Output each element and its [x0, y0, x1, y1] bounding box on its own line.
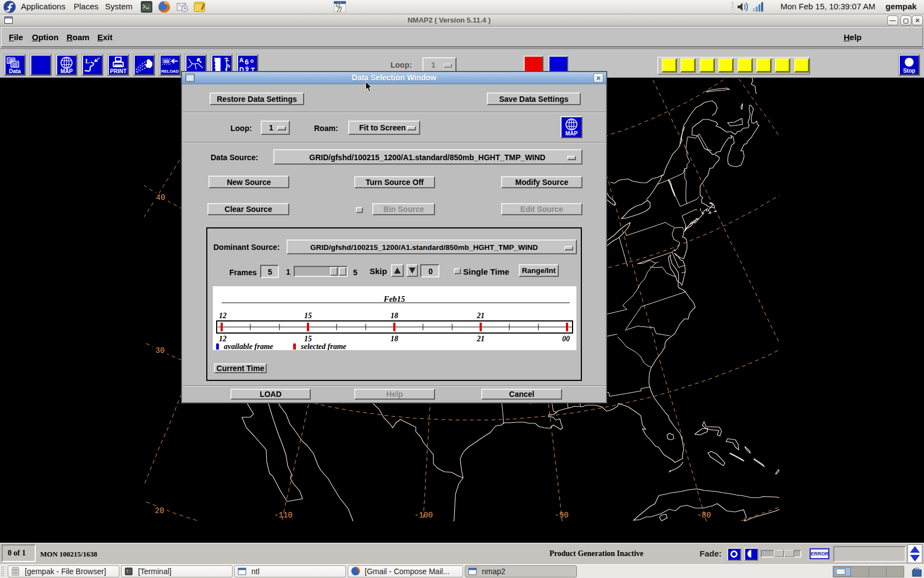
- svg-text:21: 21: [476, 312, 485, 320]
- svg-text:MAP: MAP: [565, 130, 578, 137]
- svg-text:30: 30: [156, 346, 165, 355]
- svg-text:o: o: [250, 58, 254, 64]
- svg-text:-80: -80: [697, 511, 711, 520]
- svg-text:15: 15: [304, 312, 312, 320]
- svg-text:A: A: [239, 57, 244, 63]
- svg-text:18: 18: [391, 312, 398, 320]
- svg-text:L: L: [85, 57, 90, 65]
- svg-text:h: h: [227, 63, 230, 69]
- svg-text:Data: Data: [9, 68, 21, 74]
- svg-text:20: 20: [155, 506, 164, 515]
- svg-text:Stop: Stop: [903, 68, 915, 74]
- svg-text:selected frame: selected frame: [300, 342, 346, 350]
- svg-text:6: 6: [245, 58, 249, 66]
- svg-text:MAP: MAP: [61, 68, 73, 74]
- svg-text:available frame: available frame: [224, 342, 273, 350]
- svg-text:12: 12: [219, 335, 227, 343]
- svg-text:18: 18: [391, 335, 398, 343]
- svg-text:Feb15: Feb15: [383, 295, 405, 303]
- svg-text:12: 12: [219, 312, 227, 320]
- svg-text:-100: -100: [414, 511, 433, 520]
- svg-text:PRINT: PRINT: [110, 68, 127, 74]
- svg-text:21: 21: [476, 335, 485, 343]
- svg-text:00: 00: [562, 335, 570, 343]
- svg-text:-90: -90: [554, 511, 568, 520]
- svg-text:40: 40: [156, 193, 166, 202]
- svg-text:15: 15: [304, 335, 312, 343]
- svg-text:RELOAD: RELOAD: [161, 69, 179, 74]
- svg-text:-110: -110: [274, 511, 293, 520]
